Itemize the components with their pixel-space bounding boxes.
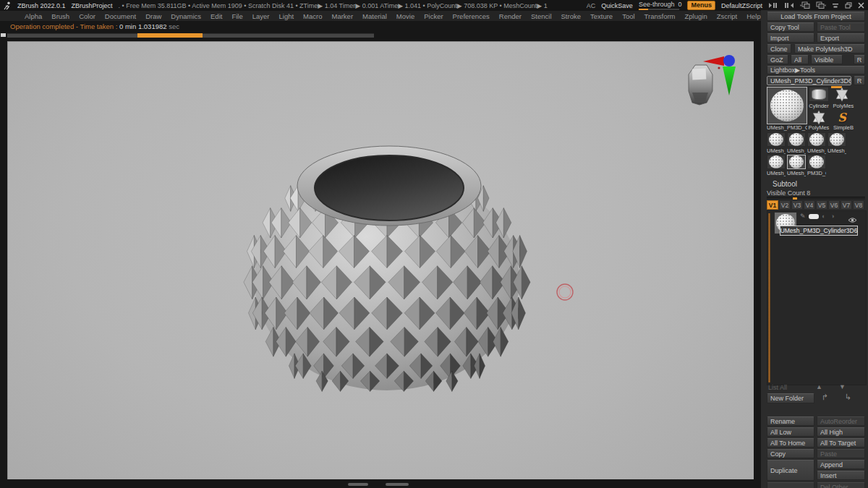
recent-tool-thumb[interactable]: [807, 155, 826, 169]
duplicate-button[interactable]: Duplicate: [767, 460, 814, 481]
subtool-header[interactable]: Subtool: [773, 180, 797, 188]
menu-document[interactable]: Document: [105, 12, 136, 20]
export-button[interactable]: Export: [817, 33, 865, 43]
active-tool-thumbnail[interactable]: [767, 87, 807, 124]
folder-move-out-icon[interactable]: ↱: [822, 394, 828, 401]
menu-material[interactable]: Material: [362, 12, 387, 20]
recent-tool-thumb[interactable]: [767, 155, 786, 169]
menu-draw[interactable]: Draw: [145, 12, 161, 20]
append-button[interactable]: Append: [817, 460, 865, 469]
menu-edit[interactable]: Edit: [210, 12, 222, 20]
shader-crescent-left-icon[interactable]: ◐: [822, 213, 825, 220]
make-polymesh3d-button[interactable]: Make PolyMesh3D: [794, 44, 865, 53]
menu-color[interactable]: Color: [79, 12, 95, 20]
recent-tool-thumb[interactable]: [807, 132, 826, 147]
viewport-scene[interactable]: [8, 42, 754, 480]
subtool-tab-v6[interactable]: V6: [828, 200, 840, 210]
insert-button[interactable]: Insert: [817, 471, 865, 480]
viewport-canvas[interactable]: [7, 41, 754, 479]
import-button[interactable]: Import: [767, 33, 814, 43]
recent-tool-thumb[interactable]: [767, 132, 786, 147]
visible-count-slider[interactable]: [767, 197, 865, 200]
menu-picker[interactable]: Picker: [424, 12, 443, 20]
lightbox-tools-button[interactable]: Lightbox▶Tools: [767, 66, 865, 74]
menu-transform[interactable]: Transform: [644, 12, 676, 20]
menu-movie[interactable]: Movie: [396, 12, 414, 20]
polypaint-pen-icon[interactable]: ✎: [800, 213, 806, 220]
subtool-move-down-icon[interactable]: ▼: [839, 384, 846, 390]
subtool-tab-v2[interactable]: V2: [779, 200, 791, 210]
all-to-home-button[interactable]: All To Home: [767, 438, 814, 448]
load-tools-from-project-button[interactable]: Load Tools From Project: [767, 12, 865, 21]
visibility-eye-icon[interactable]: [848, 213, 857, 226]
tool-restore-button[interactable]: R: [854, 76, 865, 85]
goz-all-button[interactable]: All: [791, 55, 809, 64]
clone-button[interactable]: Clone: [767, 44, 791, 53]
divider-down-icon[interactable]: [378, 482, 384, 488]
menu-marker[interactable]: Marker: [332, 12, 354, 20]
collapse-left-tray-icon[interactable]: [768, 2, 778, 9]
new-folder-button[interactable]: New Folder: [767, 393, 814, 403]
axis-x-arrow[interactable]: [703, 56, 724, 66]
quickpick-cylinder[interactable]: [809, 87, 829, 102]
see-through-slider[interactable]: See-through 0: [639, 1, 682, 10]
menu-macro[interactable]: Macro: [303, 12, 322, 20]
divider-up-icon[interactable]: [371, 482, 377, 488]
menu-brush[interactable]: Brush: [51, 12, 69, 20]
restore-window-button[interactable]: [845, 2, 852, 9]
divider-right-bar[interactable]: [386, 483, 409, 486]
visible-count-slider-handle[interactable]: [793, 197, 797, 200]
see-through-track[interactable]: [639, 9, 679, 10]
menu-tool[interactable]: Tool: [622, 12, 634, 20]
subtool-tab-v4[interactable]: V4: [804, 200, 815, 210]
active-tool-name-field[interactable]: UMesh_PM3D_Cylinder3D6..: [767, 76, 851, 85]
store-config-icon[interactable]: [800, 1, 810, 9]
subtool-item-name[interactable]: UMesh_PM3D_Cylinder3D6: [780, 226, 858, 236]
folder-move-in-icon[interactable]: ↳: [845, 394, 851, 401]
menu-light[interactable]: Light: [278, 12, 294, 20]
all-low-button[interactable]: All Low: [767, 427, 814, 437]
quicksave-button[interactable]: QuickSave: [601, 2, 633, 9]
expand-right-tray-icon[interactable]: [784, 2, 794, 9]
rename-button[interactable]: Rename: [767, 416, 814, 426]
subtool-tab-v5[interactable]: V5: [816, 200, 827, 210]
subtool-tab-v1[interactable]: V1: [767, 200, 778, 210]
menu-texture[interactable]: Texture: [590, 12, 613, 20]
menu-file[interactable]: File: [231, 12, 242, 20]
axis-z-sphere[interactable]: [723, 55, 735, 67]
camera-head-icon[interactable]: [689, 65, 712, 105]
goz-button[interactable]: GoZ: [767, 55, 788, 64]
copy-subtool-button[interactable]: Copy: [767, 449, 814, 458]
subtool-tab-v8[interactable]: V8: [853, 200, 864, 210]
subtool-scrollbar[interactable]: [768, 213, 770, 382]
menu-layer[interactable]: Layer: [252, 12, 270, 20]
menu-help[interactable]: Help: [746, 12, 761, 20]
recent-tool-thumb-selected[interactable]: [787, 155, 806, 169]
menu-stroke[interactable]: Stroke: [561, 12, 581, 20]
menu-zscript[interactable]: Zscript: [717, 12, 738, 20]
menu-render[interactable]: Render: [499, 12, 522, 20]
shader-pill-icon[interactable]: [809, 214, 819, 219]
divider-left-bar[interactable]: [348, 483, 368, 486]
all-to-target-button[interactable]: All To Target: [817, 438, 865, 448]
recent-tool-thumb[interactable]: [787, 132, 806, 147]
minimize-button[interactable]: [832, 2, 839, 9]
menu-dynamics[interactable]: Dynamics: [171, 12, 201, 20]
axis-y-arrow[interactable]: [723, 67, 736, 95]
goz-visible-button[interactable]: Visible: [811, 55, 843, 64]
quickpick-polymesh-2[interactable]: [809, 110, 829, 125]
quickpick-simplebrush[interactable]: S: [832, 110, 852, 125]
quickpick-polymesh-1[interactable]: [832, 87, 852, 102]
copy-tool-button[interactable]: Copy Tool: [767, 22, 814, 32]
shader-crescent-right-icon[interactable]: ◑: [830, 213, 834, 220]
subtool-move-up-icon[interactable]: ▲: [816, 384, 822, 390]
subtool-tab-v7[interactable]: V7: [841, 200, 852, 210]
subtool-list[interactable]: [767, 210, 867, 385]
recent-tool-thumb[interactable]: [827, 132, 846, 147]
menu-zplugin[interactable]: Zplugin: [685, 12, 707, 20]
menu-alpha[interactable]: Alpha: [25, 12, 42, 20]
menus-button[interactable]: Menus: [687, 1, 715, 10]
restore-config-icon[interactable]: [816, 1, 826, 9]
goz-r-button[interactable]: R: [854, 55, 865, 64]
subtool-tab-v3[interactable]: V3: [791, 200, 803, 210]
